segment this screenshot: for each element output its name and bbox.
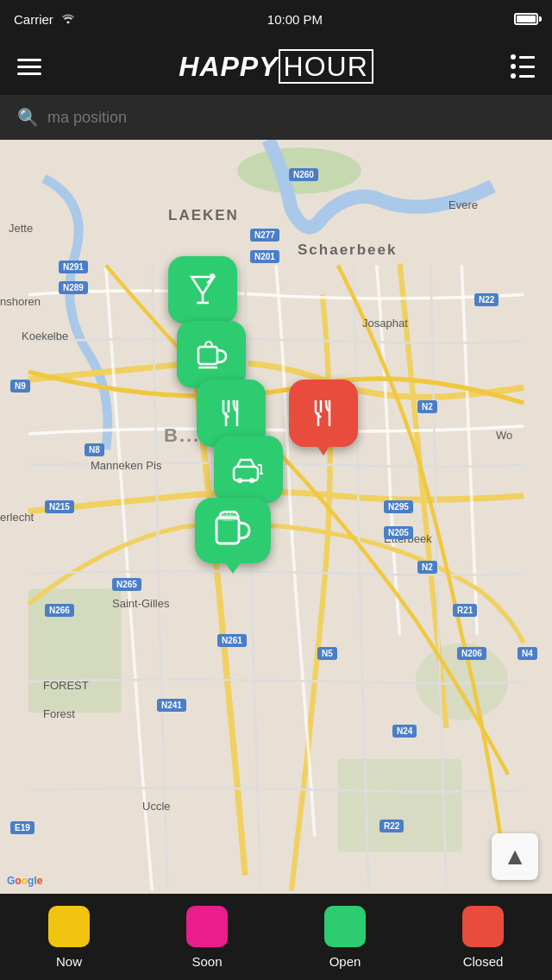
title-hour: HOUR <box>279 49 373 84</box>
compass-arrow-icon: ▲ <box>503 843 527 870</box>
road-badge-n22: N22 <box>474 293 499 306</box>
road-badge-n266: N266 <box>45 604 74 617</box>
status-bar: Carrier 10:00 PM <box>0 0 552 38</box>
road-badge-n5: N5 <box>317 647 337 660</box>
status-time: 10:00 PM <box>267 12 323 27</box>
tab-soon[interactable]: Soon <box>138 906 276 969</box>
road-badge-n295: N295 <box>384 500 413 513</box>
tab-now-indicator <box>48 906 90 947</box>
road-badge-n2-top: N2 <box>417 400 437 413</box>
tab-closed[interactable]: Closed <box>414 906 552 969</box>
battery-icon <box>514 13 538 25</box>
tab-soon-label: Soon <box>191 954 222 969</box>
google-watermark: Google <box>7 875 42 887</box>
road-badge-n261: N261 <box>217 634 247 647</box>
road-badge-r21: R21 <box>453 604 477 617</box>
road-badge-n289: N289 <box>59 281 88 294</box>
search-icon: 🔍 <box>17 107 39 128</box>
tab-closed-indicator <box>462 906 504 947</box>
map-area[interactable]: Jette LAEKEN Schaerbeek Evere nshoren Ko… <box>0 140 552 894</box>
tab-open[interactable]: Open <box>276 906 414 969</box>
list-view-button[interactable] <box>511 54 535 79</box>
road-badge-n201: N201 <box>250 250 279 263</box>
search-bar: 🔍 <box>0 95 552 140</box>
svg-point-9 <box>210 273 215 279</box>
tab-now[interactable]: Now <box>0 906 138 969</box>
tab-now-label: Now <box>56 954 82 969</box>
road-badge-n241: N241 <box>157 699 186 712</box>
tab-closed-label: Closed <box>463 954 504 969</box>
tab-bar: Now Soon Open Closed <box>0 894 552 980</box>
svg-rect-23 <box>234 467 258 481</box>
road-badge-n260: N260 <box>289 168 318 181</box>
road-badge-n215: N215 <box>45 500 74 513</box>
search-input[interactable] <box>47 109 535 127</box>
road-badge-n8: N8 <box>85 443 104 456</box>
map-marker-beer[interactable] <box>198 498 267 574</box>
carrier-label: Carrier <box>14 12 53 27</box>
road-badge-r22: R22 <box>380 820 404 832</box>
road-badge-n24: N24 <box>392 725 417 738</box>
compass-button[interactable]: ▲ <box>492 833 538 880</box>
road-badge-e19: E19 <box>10 821 34 834</box>
svg-rect-10 <box>198 347 217 364</box>
svg-point-30 <box>216 514 239 521</box>
menu-button[interactable] <box>17 59 41 75</box>
tab-soon-indicator <box>186 906 228 947</box>
svg-rect-29 <box>216 518 239 543</box>
app-title: HAPPYHOUR <box>179 51 373 83</box>
svg-rect-2 <box>28 588 122 713</box>
map-marker-red[interactable] <box>289 380 358 455</box>
tab-open-label: Open <box>329 954 361 969</box>
road-badge-n2-bottom: N2 <box>417 561 437 574</box>
road-badge-n4: N4 <box>518 647 537 660</box>
road-badge-n265: N265 <box>112 578 141 591</box>
svg-point-25 <box>249 478 254 483</box>
road-badge-n206: N206 <box>457 647 486 660</box>
svg-point-24 <box>237 478 242 483</box>
wifi-icon <box>60 11 76 27</box>
road-badge-n9: N9 <box>10 380 30 393</box>
title-happy: HAPPY <box>179 51 278 82</box>
road-badge-n277: N277 <box>250 229 279 242</box>
app-header: HAPPYHOUR <box>0 38 552 95</box>
status-carrier: Carrier <box>14 11 76 27</box>
tab-open-indicator <box>324 906 366 947</box>
road-badge-n205: N205 <box>384 526 413 539</box>
road-badge-n291: N291 <box>59 261 88 273</box>
